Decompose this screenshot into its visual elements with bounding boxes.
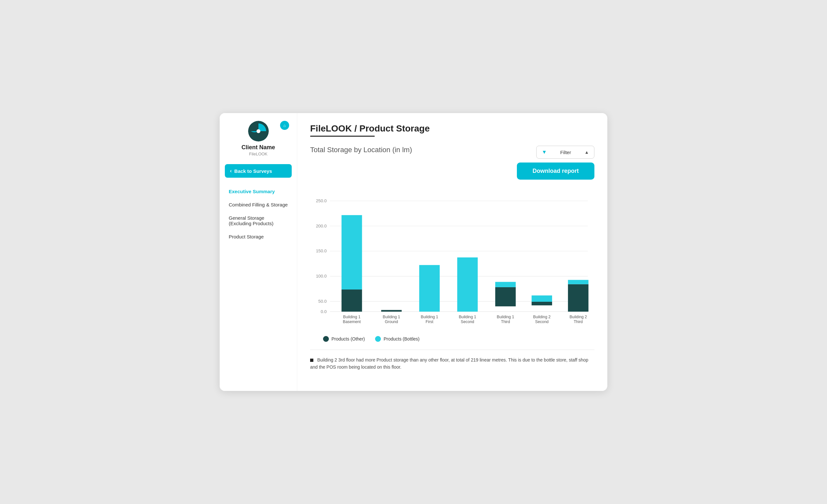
back-to-surveys-button[interactable]: ‹ Back to Surveys [225,164,292,178]
legend-dot-dark [323,336,329,342]
page-title: FileLOOK / Product Storage [310,123,594,134]
bar-basement-light [341,215,362,290]
bar-chart: 250.0 200.0 150.0 100.0 50.0 0.0 [310,193,594,328]
bar-second-b2-light [532,295,552,301]
nav-items: Executive Summary Combined Filling & Sto… [220,186,297,243]
app-container: ⌂ Client Name FileLOOK ‹ Back to Surveys… [220,113,607,391]
svg-text:Building 1: Building 1 [497,315,514,319]
bar-second-b2-dark [532,302,552,305]
svg-point-1 [256,129,260,133]
page-header: FileLOOK / Product Storage [310,123,594,137]
sidebar-item-general-storage[interactable]: General Storage (Excluding Products) [225,212,292,230]
note-content: Building 2 3rd floor had more Product st… [310,357,588,369]
legend-label-products-bottles: Products (Bottles) [383,336,419,342]
svg-text:250.0: 250.0 [316,198,327,203]
svg-text:200.0: 200.0 [316,223,327,229]
back-button-label: Back to Surveys [234,168,272,174]
svg-text:100.0: 100.0 [316,274,327,279]
notification-badge[interactable]: ⌂ [280,121,289,130]
chevron-down-icon: ▲ [584,150,589,155]
sidebar: ⌂ Client Name FileLOOK ‹ Back to Surveys… [220,113,297,391]
bar-third-b2-dark [568,284,588,312]
svg-text:Second: Second [461,319,474,324]
chart-container: 250.0 200.0 150.0 100.0 50.0 0.0 [310,185,594,379]
logo [248,121,269,142]
svg-text:Building 1: Building 1 [343,315,360,319]
home-icon: ⌂ [283,123,286,128]
svg-text:Basement: Basement [343,319,361,324]
legend-label-products-other: Products (Other) [332,336,365,342]
sidebar-item-product-storage[interactable]: Product Storage [225,231,292,243]
bar-second-b1-light [457,257,478,312]
svg-text:First: First [426,319,433,324]
bar-first-light [419,265,440,311]
sidebar-item-executive-summary[interactable]: Executive Summary [225,186,292,197]
svg-text:Building 1: Building 1 [459,315,476,319]
bar-third-b1-dark [495,287,516,306]
svg-text:Third: Third [501,319,510,324]
download-report-button[interactable]: Download report [517,162,594,180]
note-bullet-icon [310,359,313,362]
legend-item-products-bottles: Products (Bottles) [375,336,419,342]
main-content: FileLOOK / Product Storage Total Storage… [297,113,607,391]
bar-third-b2-light [568,280,588,284]
svg-text:150.0: 150.0 [316,248,327,253]
client-sub: FileLOOK [249,152,267,156]
section-row: Total Storage by Location (in lm) ▼ Filt… [310,146,594,180]
bar-ground-dark [381,310,401,311]
filter-label: Filter [560,150,571,155]
svg-text:Building 2: Building 2 [533,315,550,319]
section-title: Total Storage by Location (in lm) [310,146,412,154]
bar-basement-dark [341,290,362,312]
svg-text:50.0: 50.0 [318,299,327,304]
client-name: Client Name [241,144,275,151]
svg-text:Building 1: Building 1 [383,315,400,319]
bar-third-b1-light [495,282,516,287]
chevron-left-icon: ‹ [230,168,232,174]
svg-text:Second: Second [535,319,548,324]
legend-dot-light [375,336,381,342]
sidebar-logo-area: ⌂ Client Name FileLOOK [220,121,297,164]
legend-item-products-other: Products (Other) [323,336,365,342]
filter-dropdown[interactable]: ▼ Filter ▲ [536,146,594,159]
svg-text:Ground: Ground [385,319,398,324]
sidebar-item-combined-filling[interactable]: Combined Filling & Storage [225,199,292,211]
note-text: Building 2 3rd floor had more Product st… [310,356,594,371]
svg-text:Third: Third [574,319,583,324]
svg-text:Building 1: Building 1 [421,315,438,319]
svg-text:Building 2: Building 2 [570,315,587,319]
chart-wrapper: 250.0 200.0 150.0 100.0 50.0 0.0 [310,193,594,328]
filter-area: ▼ Filter ▲ Download report [517,146,594,180]
svg-text:0.0: 0.0 [321,309,327,314]
title-underline [310,136,375,137]
note-section: Building 2 3rd floor had more Product st… [310,350,594,371]
legend: Products (Other) Products (Bottles) [310,336,594,342]
filter-icon: ▼ [542,149,547,155]
